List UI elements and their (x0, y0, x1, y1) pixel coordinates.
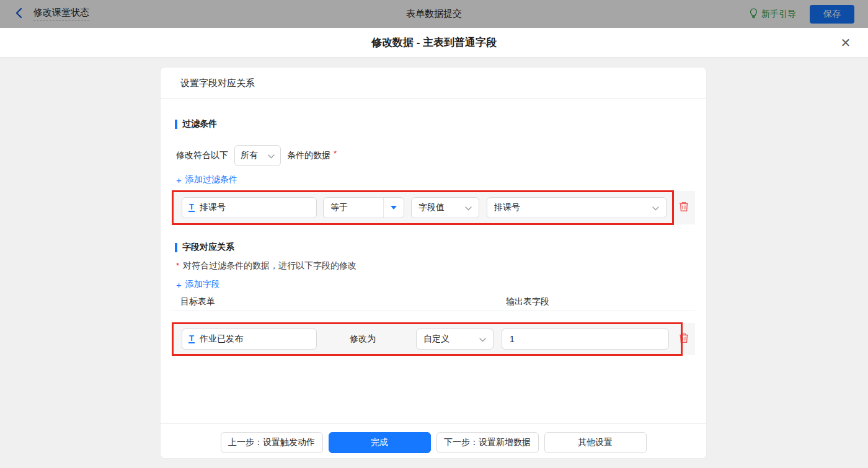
column-header-output-field: 输出表字段 (506, 296, 549, 307)
done-button[interactable]: 完成 (329, 432, 431, 453)
match-mode-value: 所有 (241, 150, 258, 161)
operator-select[interactable]: 等于 (323, 197, 404, 218)
text-field-icon: T (188, 203, 195, 212)
custom-value-input[interactable]: 1 (502, 329, 669, 350)
condition-line: 修改符合以下 所有 条件的数据 * (176, 145, 337, 166)
condition-prefix: 修改符合以下 (176, 150, 228, 161)
filter-section-label: 过滤条件 (182, 118, 217, 130)
other-settings-button[interactable]: 其他设置 (544, 432, 647, 453)
required-asterisk: * (334, 149, 337, 158)
plus-icon: + (176, 280, 182, 290)
trash-icon (678, 201, 689, 214)
filter-condition-row: T 排课号 等于 字段值 排课号 (173, 191, 695, 224)
add-field-link[interactable]: + 添加字段 (176, 279, 220, 290)
modal-dim-overlay (0, 0, 868, 28)
card-header-title: 设置字段对应关系 (180, 77, 255, 89)
page: 修改课堂状态 表单数据提交 新手引导 保存 修改数据 - 主表到普通字段 ✕ 设… (0, 0, 868, 468)
delete-mapping-button[interactable] (676, 332, 691, 347)
prev-step-button[interactable]: 上一步：设置触发动作 (221, 432, 323, 453)
section-bar-icon (175, 243, 177, 252)
add-field-label: 添加字段 (185, 279, 220, 290)
footer-actions: 上一步：设置触发动作 完成 下一步：设置新增数据 其他设置 (161, 432, 706, 453)
required-asterisk: * (176, 261, 179, 270)
mapping-note-text: 对符合过滤条件的数据，进行以下字段的修改 (183, 260, 356, 270)
filter-field-input[interactable]: T 排课号 (182, 197, 317, 218)
target-field-input[interactable]: T 作业已发布 (182, 329, 317, 350)
mapping-note: *对符合过滤条件的数据，进行以下字段的修改 (176, 260, 356, 272)
footer-divider (161, 423, 706, 424)
match-mode-select[interactable]: 所有 (234, 145, 281, 166)
value-mode-value: 自定义 (423, 333, 450, 345)
add-filter-condition-label: 添加过滤条件 (185, 174, 237, 185)
card-header: 设置字段对应关系 (161, 68, 706, 99)
modal-body: 设置字段对应关系 过滤条件 修改符合以下 所有 条件的数据 * + (0, 58, 868, 468)
modal-title: 修改数据 - 主表到普通字段 (0, 28, 868, 58)
value-mode-select[interactable]: 自定义 (416, 329, 494, 350)
top-bar: 修改课堂状态 表单数据提交 新手引导 保存 (0, 0, 868, 28)
mapping-section-title: 字段对应关系 (175, 242, 234, 253)
section-bar-icon (175, 120, 177, 129)
condition-suffix: 条件的数据 (287, 150, 330, 161)
trash-icon (678, 332, 689, 346)
add-filter-condition-link[interactable]: + 添加过滤条件 (176, 174, 237, 185)
caret-cell[interactable] (383, 198, 404, 218)
filter-field-value: 排课号 (200, 202, 226, 213)
target-field-value: 作业已发布 (200, 333, 243, 345)
modify-to-label: 修改为 (350, 323, 376, 355)
value-field-select[interactable]: 排课号 (487, 197, 666, 218)
operator-value: 等于 (324, 202, 383, 213)
chevron-down-icon (268, 151, 275, 161)
field-mapping-row: T 作业已发布 修改为 自定义 1 (173, 323, 695, 355)
chevron-down-icon (479, 334, 486, 344)
column-header-target-form: 目标表单 (180, 296, 215, 307)
settings-card: 设置字段对应关系 过滤条件 修改符合以下 所有 条件的数据 * + (160, 67, 707, 459)
caret-down-icon (391, 206, 397, 210)
columns-divider (173, 311, 695, 311)
chevron-down-icon (652, 203, 659, 213)
text-field-icon: T (188, 335, 195, 343)
delete-filter-button[interactable] (676, 200, 691, 215)
chevron-down-icon (465, 203, 472, 213)
value-type-select[interactable]: 字段值 (411, 197, 479, 218)
modal-header: 修改数据 - 主表到普通字段 ✕ (0, 28, 868, 58)
mapping-section-label: 字段对应关系 (182, 242, 234, 253)
filter-section-title: 过滤条件 (175, 118, 217, 130)
plus-icon: + (176, 175, 182, 185)
close-icon[interactable]: ✕ (838, 35, 853, 50)
value-field-value: 排课号 (494, 202, 520, 213)
next-step-button[interactable]: 下一步：设置新增数据 (436, 432, 539, 453)
value-type-value: 字段值 (418, 202, 445, 213)
custom-value-text: 1 (510, 334, 515, 344)
